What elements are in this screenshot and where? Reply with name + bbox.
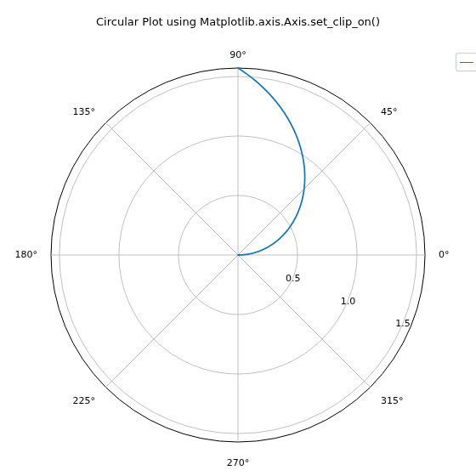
ang-label-45: 45° <box>381 106 398 117</box>
r-label-1p5: 1.5 <box>395 318 411 329</box>
legend-fragment <box>456 53 476 71</box>
ang-label-135: 135° <box>73 106 96 117</box>
svg-line-5 <box>105 255 238 388</box>
ang-label-315: 315° <box>381 395 404 406</box>
ang-label-180: 180° <box>15 249 38 260</box>
legend-swatch-icon <box>460 62 473 63</box>
r-label-1p0: 1.0 <box>341 296 356 307</box>
polar-axes: 0° 45° 90° 135° 180° 225° 270° 315° 0.5 … <box>0 0 476 476</box>
r-label-0p5: 0.5 <box>286 273 301 284</box>
angular-labels: 0° 45° 90° 135° 180° 225° 270° 315° <box>15 49 450 468</box>
radial-labels: 0.5 1.0 1.5 <box>286 273 411 330</box>
ang-label-270: 270° <box>227 457 250 468</box>
svg-line-7 <box>238 255 371 388</box>
series-line <box>238 68 305 255</box>
svg-line-3 <box>105 122 238 255</box>
ang-label-225: 225° <box>73 395 96 406</box>
ang-label-0: 0° <box>439 249 450 260</box>
ang-label-90: 90° <box>230 49 246 60</box>
figure-root: Circular Plot using Matplotlib.axis.Axis… <box>0 0 476 476</box>
